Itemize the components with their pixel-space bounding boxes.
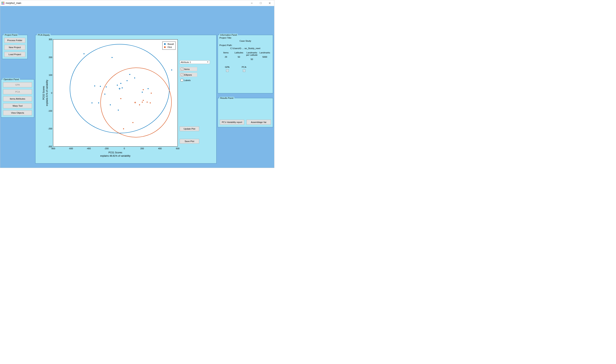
legend-label-flint: Flint	[167, 46, 172, 48]
data-point	[91, 103, 92, 104]
items-checkbox[interactable]: ✓	[181, 68, 183, 70]
project-panel-title: Project Panel	[4, 34, 18, 36]
data-point	[171, 69, 172, 70]
operation-panel: Operation Panel GPA PCA Items Attributes…	[1, 79, 34, 117]
data-point	[120, 98, 121, 99]
x-tick: -200	[104, 147, 109, 150]
pca-display-panel: PCA Dispaly -300-200-1000100200300 -800-…	[35, 35, 217, 164]
stat-landmarks-label: Landmarks	[259, 52, 271, 54]
data-point	[83, 53, 84, 54]
pca-button[interactable]: PCA	[3, 89, 32, 94]
data-point	[151, 93, 152, 94]
legend: Basalt Flint	[162, 41, 176, 50]
svg-rect-3	[2, 3, 3, 4]
x-tick: 200	[140, 147, 144, 150]
data-point	[142, 102, 143, 103]
minimize-button[interactable]	[247, 0, 256, 6]
save-plot-button[interactable]: Save Plot	[180, 139, 199, 143]
data-point	[100, 86, 101, 87]
svg-rect-1	[2, 2, 3, 3]
stat-lpl-label: Landmarks per Latitude	[246, 52, 258, 56]
operation-panel-title: Operation Panel	[3, 78, 20, 80]
close-button[interactable]	[265, 0, 274, 6]
titlebar: morpho2_main	[0, 0, 274, 6]
labels-checkbox-label: Labels	[184, 79, 191, 81]
x-axis-label-line1: PC01 Scores	[109, 151, 122, 154]
app-icon	[1, 1, 4, 5]
results-panel-title: Results Panel	[219, 97, 234, 99]
stat-items-value: 29	[220, 56, 232, 58]
client-area: Project Panel Process Folder New Project…	[0, 6, 274, 168]
ellipses-checkbox-label: Ellipses	[184, 74, 192, 76]
update-plot-button[interactable]: Update Plot	[180, 127, 199, 131]
data-point	[147, 102, 148, 103]
attribute-select[interactable]: Attribute 1	[180, 60, 210, 64]
ellipses-checkbox-row[interactable]: ✓ Ellipses	[180, 73, 197, 77]
project-path-label: Project Path:	[219, 44, 271, 46]
centroid-flint: +	[134, 101, 136, 104]
x-tick: 400	[158, 147, 162, 150]
project-panel: Project Panel Process Folder New Project…	[2, 35, 27, 59]
labels-checkbox-row[interactable]: Labels	[180, 78, 197, 82]
y-axis-label-line1: PC02 Scores	[42, 86, 45, 100]
stat-landmarks-value: 5000	[259, 56, 271, 58]
data-point	[132, 122, 133, 123]
project-title-label: Project Title:	[219, 37, 271, 39]
data-point	[150, 103, 151, 104]
pca-flag-checkbox: ✓	[243, 69, 245, 72]
results-panel: Results Panel PC's Variability report As…	[218, 98, 273, 127]
items-checkbox-label: Items	[184, 68, 190, 70]
data-point	[112, 57, 113, 58]
app-window: morpho2_main Project Panel Process Folde…	[0, 0, 274, 168]
svg-rect-6	[260, 2, 261, 4]
data-point	[143, 100, 144, 101]
y-axis-label: PC02 Scores explains 8.% of variability	[41, 39, 49, 146]
scatter-plot: Basalt Flint ++	[53, 39, 178, 146]
data-point	[94, 86, 95, 87]
legend-label-basalt: Basalt	[167, 43, 174, 45]
information-panel-title: Information Panel	[219, 34, 238, 36]
legend-dot-flint-icon	[164, 46, 166, 48]
plot-controls: Attribute 1 ✓ Items ✓ Ellipses Labels Up	[180, 60, 211, 143]
legend-dot-basalt-icon	[164, 43, 166, 45]
x-tick: -800	[51, 147, 55, 150]
x-axis-label: PC01 Scores explains 48.81% of variabili…	[53, 151, 178, 158]
items-attributes-button[interactable]: Items Attributes	[3, 96, 32, 101]
items-checkbox-row[interactable]: ✓ Items	[180, 67, 197, 71]
svg-rect-2	[3, 2, 4, 3]
stat-latitudes-value: 50	[233, 56, 245, 58]
view-objects-button[interactable]: View Objects	[3, 110, 32, 115]
pcs-variability-report-button[interactable]: PC's Variability report	[220, 120, 244, 125]
project-title-value: Case Study	[219, 40, 271, 42]
data-point	[123, 129, 124, 130]
data-point	[139, 104, 140, 105]
process-folder-button[interactable]: Process Folder	[4, 38, 25, 43]
x-tick: 600	[176, 147, 180, 150]
project-path-value: C:\Users\G ... se_Stutdy_new\	[219, 47, 271, 50]
legend-item-basalt: Basalt	[164, 42, 174, 46]
legend-item-flint: Flint	[164, 46, 174, 49]
gpa-flag-checkbox: ✓	[226, 69, 229, 72]
stat-latitudes-label: Latitudes	[233, 52, 245, 54]
window-title: morpho2_main	[6, 2, 21, 4]
svg-rect-4	[3, 3, 4, 4]
maximize-button[interactable]	[256, 0, 265, 6]
stat-lpl-value: 50	[246, 58, 258, 60]
x-tick: -600	[69, 147, 73, 150]
new-project-button[interactable]: New Project	[4, 45, 25, 50]
x-tick: 0	[124, 147, 125, 150]
gpa-flag-label: GPA	[223, 66, 231, 68]
gpa-button[interactable]: GPA	[3, 82, 32, 87]
ellipses-checkbox[interactable]: ✓	[181, 74, 183, 76]
warp-tool-button[interactable]: Warp Tool	[3, 103, 32, 108]
pca-flag-label: PCA	[240, 66, 248, 68]
labels-checkbox[interactable]	[181, 79, 183, 81]
load-project-button[interactable]: Load Project	[4, 52, 25, 57]
stat-items-label: Items	[220, 52, 232, 54]
x-tick: -400	[87, 147, 91, 150]
assemblage-var-button[interactable]: Assemblage Var	[246, 120, 271, 125]
y-axis-label-line2: explains 8.% of variability	[45, 80, 48, 106]
information-panel: Information Panel Project Title: Case St…	[218, 35, 273, 93]
data-point	[143, 89, 144, 90]
data-point	[98, 103, 99, 104]
